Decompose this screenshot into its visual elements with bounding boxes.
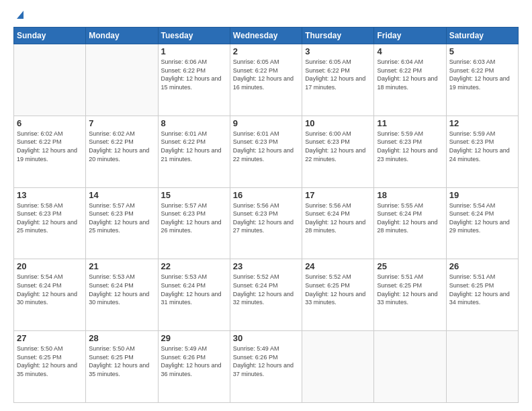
calendar-cell: 28Sunrise: 5:50 AMSunset: 6:25 PMDayligh… bbox=[86, 331, 158, 403]
day-info: Sunrise: 5:53 AMSunset: 6:24 PMDaylight:… bbox=[161, 273, 222, 306]
day-info: Sunrise: 5:58 AMSunset: 6:23 PMDaylight:… bbox=[17, 202, 77, 234]
day-number: 25 bbox=[377, 261, 443, 271]
calendar-cell: 5Sunrise: 6:03 AMSunset: 6:22 PMDaylight… bbox=[446, 44, 518, 116]
calendar-cell: 20Sunrise: 5:54 AMSunset: 6:24 PMDayligh… bbox=[14, 259, 86, 331]
day-info: Sunrise: 5:57 AMSunset: 6:23 PMDaylight:… bbox=[161, 202, 222, 234]
day-number: 3 bbox=[305, 46, 371, 56]
day-number: 21 bbox=[89, 261, 154, 271]
column-header-friday: Friday bbox=[374, 28, 446, 44]
calendar-cell: 11Sunrise: 5:59 AMSunset: 6:23 PMDayligh… bbox=[374, 116, 446, 187]
day-number: 13 bbox=[17, 190, 83, 200]
day-info: Sunrise: 6:01 AMSunset: 6:23 PMDaylight:… bbox=[233, 130, 294, 163]
day-number: 27 bbox=[17, 333, 83, 343]
day-info: Sunrise: 5:57 AMSunset: 6:23 PMDaylight:… bbox=[89, 202, 149, 234]
day-number: 11 bbox=[377, 118, 443, 128]
day-info: Sunrise: 6:04 AMSunset: 6:22 PMDaylight:… bbox=[377, 58, 437, 91]
calendar-cell: 26Sunrise: 5:51 AMSunset: 6:25 PMDayligh… bbox=[446, 259, 518, 331]
day-number: 29 bbox=[161, 333, 227, 343]
day-info: Sunrise: 5:56 AMSunset: 6:23 PMDaylight:… bbox=[233, 202, 294, 234]
calendar-cell bbox=[14, 44, 86, 116]
calendar-table: SundayMondayTuesdayWednesdayThursdayFrid… bbox=[13, 27, 519, 403]
column-header-tuesday: Tuesday bbox=[158, 28, 230, 44]
calendar-cell: 8Sunrise: 6:01 AMSunset: 6:22 PMDaylight… bbox=[158, 116, 230, 187]
calendar-cell: 19Sunrise: 5:54 AMSunset: 6:24 PMDayligh… bbox=[446, 187, 518, 259]
calendar-cell bbox=[86, 44, 158, 116]
calendar-header-row: SundayMondayTuesdayWednesdayThursdayFrid… bbox=[14, 28, 519, 44]
day-info: Sunrise: 5:59 AMSunset: 6:23 PMDaylight:… bbox=[377, 130, 437, 163]
week-row-3: 13Sunrise: 5:58 AMSunset: 6:23 PMDayligh… bbox=[14, 187, 519, 259]
day-info: Sunrise: 5:54 AMSunset: 6:24 PMDaylight:… bbox=[449, 202, 510, 234]
calendar-cell: 16Sunrise: 5:56 AMSunset: 6:23 PMDayligh… bbox=[230, 187, 302, 259]
logo-triangle-icon bbox=[14, 8, 26, 20]
day-number: 17 bbox=[305, 190, 371, 200]
calendar-cell: 23Sunrise: 5:52 AMSunset: 6:24 PMDayligh… bbox=[230, 259, 302, 331]
day-info: Sunrise: 5:49 AMSunset: 6:26 PMDaylight:… bbox=[233, 345, 294, 377]
column-header-thursday: Thursday bbox=[302, 28, 374, 44]
day-info: Sunrise: 5:49 AMSunset: 6:26 PMDaylight:… bbox=[161, 345, 222, 377]
day-info: Sunrise: 6:01 AMSunset: 6:22 PMDaylight:… bbox=[161, 130, 222, 163]
day-number: 15 bbox=[161, 190, 227, 200]
day-number: 5 bbox=[449, 46, 515, 56]
calendar-cell bbox=[374, 331, 446, 403]
day-info: Sunrise: 5:51 AMSunset: 6:25 PMDaylight:… bbox=[449, 273, 510, 306]
day-info: Sunrise: 5:53 AMSunset: 6:24 PMDaylight:… bbox=[89, 273, 149, 306]
calendar-cell: 21Sunrise: 5:53 AMSunset: 6:24 PMDayligh… bbox=[86, 259, 158, 331]
calendar-cell: 1Sunrise: 6:06 AMSunset: 6:22 PMDaylight… bbox=[158, 44, 230, 116]
svg-marker-0 bbox=[17, 11, 24, 19]
day-number: 12 bbox=[449, 118, 515, 128]
calendar-cell: 18Sunrise: 5:55 AMSunset: 6:24 PMDayligh… bbox=[374, 187, 446, 259]
calendar-cell: 15Sunrise: 5:57 AMSunset: 6:23 PMDayligh… bbox=[158, 187, 230, 259]
day-number: 26 bbox=[449, 261, 515, 271]
day-number: 24 bbox=[305, 261, 371, 271]
header bbox=[13, 11, 519, 20]
column-header-saturday: Saturday bbox=[446, 28, 518, 44]
page: SundayMondayTuesdayWednesdayThursdayFrid… bbox=[0, 0, 532, 411]
calendar-cell: 14Sunrise: 5:57 AMSunset: 6:23 PMDayligh… bbox=[86, 187, 158, 259]
day-info: Sunrise: 6:00 AMSunset: 6:23 PMDaylight:… bbox=[305, 130, 365, 163]
calendar-cell: 7Sunrise: 6:02 AMSunset: 6:22 PMDaylight… bbox=[86, 116, 158, 187]
day-number: 2 bbox=[233, 46, 299, 56]
day-number: 4 bbox=[377, 46, 443, 56]
logo bbox=[13, 11, 26, 20]
day-number: 8 bbox=[161, 118, 227, 128]
day-info: Sunrise: 5:50 AMSunset: 6:25 PMDaylight:… bbox=[17, 345, 77, 377]
calendar-cell: 24Sunrise: 5:52 AMSunset: 6:25 PMDayligh… bbox=[302, 259, 374, 331]
day-number: 28 bbox=[89, 333, 154, 343]
day-number: 30 bbox=[233, 333, 299, 343]
day-number: 7 bbox=[89, 118, 154, 128]
calendar-cell: 27Sunrise: 5:50 AMSunset: 6:25 PMDayligh… bbox=[14, 331, 86, 403]
calendar-cell: 29Sunrise: 5:49 AMSunset: 6:26 PMDayligh… bbox=[158, 331, 230, 403]
day-number: 6 bbox=[17, 118, 83, 128]
week-row-5: 27Sunrise: 5:50 AMSunset: 6:25 PMDayligh… bbox=[14, 331, 519, 403]
week-row-4: 20Sunrise: 5:54 AMSunset: 6:24 PMDayligh… bbox=[14, 259, 519, 331]
calendar-cell: 3Sunrise: 6:05 AMSunset: 6:22 PMDaylight… bbox=[302, 44, 374, 116]
day-info: Sunrise: 6:02 AMSunset: 6:22 PMDaylight:… bbox=[17, 130, 77, 163]
day-info: Sunrise: 5:52 AMSunset: 6:25 PMDaylight:… bbox=[305, 273, 365, 306]
calendar-cell: 12Sunrise: 5:59 AMSunset: 6:23 PMDayligh… bbox=[446, 116, 518, 187]
calendar-cell: 2Sunrise: 6:05 AMSunset: 6:22 PMDaylight… bbox=[230, 44, 302, 116]
day-number: 1 bbox=[161, 46, 227, 56]
day-info: Sunrise: 5:51 AMSunset: 6:25 PMDaylight:… bbox=[377, 273, 437, 306]
day-number: 22 bbox=[161, 261, 227, 271]
calendar-cell: 17Sunrise: 5:56 AMSunset: 6:24 PMDayligh… bbox=[302, 187, 374, 259]
day-info: Sunrise: 5:54 AMSunset: 6:24 PMDaylight:… bbox=[17, 273, 77, 306]
column-header-sunday: Sunday bbox=[14, 28, 86, 44]
day-number: 18 bbox=[377, 190, 443, 200]
day-number: 14 bbox=[89, 190, 154, 200]
calendar-cell: 6Sunrise: 6:02 AMSunset: 6:22 PMDaylight… bbox=[14, 116, 86, 187]
calendar-cell: 25Sunrise: 5:51 AMSunset: 6:25 PMDayligh… bbox=[374, 259, 446, 331]
day-number: 23 bbox=[233, 261, 299, 271]
day-info: Sunrise: 5:59 AMSunset: 6:23 PMDaylight:… bbox=[449, 130, 510, 163]
day-info: Sunrise: 6:03 AMSunset: 6:22 PMDaylight:… bbox=[449, 58, 510, 91]
day-number: 9 bbox=[233, 118, 299, 128]
day-info: Sunrise: 5:50 AMSunset: 6:25 PMDaylight:… bbox=[89, 345, 149, 377]
day-info: Sunrise: 6:02 AMSunset: 6:22 PMDaylight:… bbox=[89, 130, 149, 163]
day-number: 20 bbox=[17, 261, 83, 271]
calendar-cell bbox=[302, 331, 374, 403]
day-info: Sunrise: 6:05 AMSunset: 6:22 PMDaylight:… bbox=[305, 58, 365, 91]
day-info: Sunrise: 6:05 AMSunset: 6:22 PMDaylight:… bbox=[233, 58, 294, 91]
week-row-2: 6Sunrise: 6:02 AMSunset: 6:22 PMDaylight… bbox=[14, 116, 519, 187]
calendar-cell: 9Sunrise: 6:01 AMSunset: 6:23 PMDaylight… bbox=[230, 116, 302, 187]
day-info: Sunrise: 5:55 AMSunset: 6:24 PMDaylight:… bbox=[377, 202, 437, 234]
day-info: Sunrise: 5:56 AMSunset: 6:24 PMDaylight:… bbox=[305, 202, 365, 234]
